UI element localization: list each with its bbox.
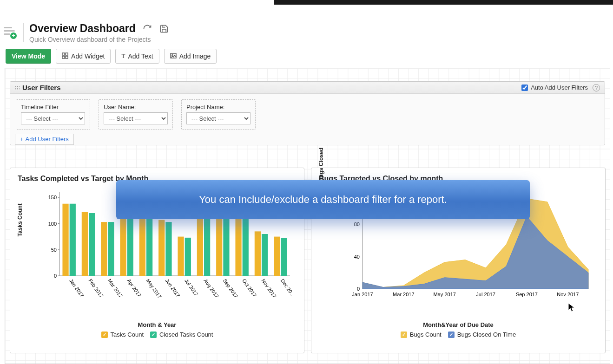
- refresh-icon[interactable]: [142, 24, 152, 34]
- add-widget-button[interactable]: Add Widget: [56, 49, 111, 64]
- svg-rect-49: [274, 237, 280, 276]
- svg-rect-2: [62, 56, 65, 58]
- filter-label: Project Name:: [186, 104, 250, 110]
- filter-slot: Timeline Filter--- Select ---: [16, 99, 90, 130]
- svg-text:80: 80: [354, 221, 360, 227]
- svg-text:Jun 2017: Jun 2017: [165, 278, 181, 298]
- svg-rect-19: [82, 212, 88, 276]
- svg-rect-1: [66, 53, 68, 55]
- divider: [23, 23, 24, 42]
- svg-rect-43: [235, 213, 241, 276]
- svg-text:Feb 2017: Feb 2017: [87, 278, 104, 299]
- svg-text:0: 0: [54, 273, 57, 279]
- filter-label: Timeline Filter: [21, 104, 85, 110]
- chart-legend: ✓Bugs Count✓Bugs Closed On Time: [319, 331, 598, 338]
- svg-text:Nov 2017: Nov 2017: [260, 278, 277, 299]
- auto-add-checkbox[interactable]: [521, 84, 528, 91]
- svg-text:Dec 20..: Dec 20..: [280, 278, 292, 296]
- view-mode-button[interactable]: View Mode: [6, 49, 51, 64]
- filter-select[interactable]: --- Select ---: [186, 112, 250, 124]
- svg-text:Sep 2017: Sep 2017: [222, 278, 239, 299]
- legend-item[interactable]: ✓Bugs Closed On Time: [448, 331, 516, 338]
- top-dark-strip: [274, 0, 613, 5]
- svg-rect-22: [101, 222, 107, 276]
- help-icon[interactable]: ?: [593, 84, 600, 91]
- svg-rect-38: [204, 217, 210, 276]
- add-user-filters-button[interactable]: + Add User Filters: [15, 134, 74, 145]
- svg-text:Sep 2017: Sep 2017: [516, 292, 538, 297]
- svg-rect-26: [127, 218, 133, 276]
- svg-rect-34: [178, 237, 184, 276]
- svg-rect-31: [158, 220, 165, 276]
- svg-point-5: [171, 54, 173, 56]
- page-header: + Overview Dashboard Quick Overview dash…: [0, 0, 613, 43]
- svg-rect-50: [281, 238, 287, 276]
- svg-text:Nov 2017: Nov 2017: [557, 292, 579, 297]
- tour-banner: You can Include/exclude a dashboard filt…: [116, 180, 530, 219]
- save-icon[interactable]: [159, 24, 169, 34]
- svg-text:Oct 2017: Oct 2017: [241, 278, 257, 298]
- svg-text:100: 100: [48, 221, 57, 227]
- user-filters-panel: User Filters Auto Add User Filters ? Tim…: [10, 81, 605, 145]
- svg-text:40: 40: [354, 254, 360, 260]
- svg-text:Jul 2017: Jul 2017: [184, 278, 199, 297]
- svg-text:May 2017: May 2017: [145, 278, 163, 299]
- filter-label: User Name:: [104, 104, 168, 110]
- svg-text:50: 50: [51, 247, 57, 253]
- svg-text:Apr 2017: Apr 2017: [126, 278, 142, 298]
- svg-text:Aug 2017: Aug 2017: [203, 278, 220, 299]
- svg-rect-46: [255, 231, 261, 276]
- svg-rect-32: [165, 222, 171, 276]
- svg-rect-35: [185, 238, 191, 276]
- auto-add-user-filters[interactable]: Auto Add User Filters ?: [521, 84, 600, 91]
- x-axis-label: Month&Year of Due Date: [319, 321, 598, 328]
- filter-select[interactable]: --- Select ---: [104, 112, 168, 124]
- svg-text:May 2017: May 2017: [434, 292, 456, 297]
- text-icon: T: [121, 52, 125, 60]
- svg-text:Mar 2017: Mar 2017: [393, 292, 414, 297]
- svg-rect-25: [120, 217, 126, 276]
- menu-add-icon[interactable]: +: [10, 32, 17, 39]
- plus-icon: +: [20, 136, 24, 143]
- legend-item[interactable]: ✓Closed Tasks Count: [150, 331, 213, 338]
- y-axis-label: Tasks Count: [17, 203, 23, 236]
- svg-rect-16: [62, 204, 68, 276]
- svg-rect-0: [62, 53, 65, 55]
- svg-rect-23: [108, 222, 114, 276]
- user-filters-title: User Filters: [22, 84, 521, 91]
- svg-text:150: 150: [48, 195, 57, 200]
- legend-item[interactable]: ✓Bugs Count: [401, 331, 442, 338]
- legend-item[interactable]: ✓Tasks Count: [101, 331, 144, 338]
- svg-text:Jul 2017: Jul 2017: [476, 292, 495, 297]
- filter-select[interactable]: --- Select ---: [21, 112, 85, 124]
- toolbar: View Mode Add Widget T Add Text Add Imag…: [0, 43, 613, 68]
- svg-rect-20: [89, 213, 95, 276]
- svg-rect-47: [262, 234, 268, 276]
- x-axis-label: Month & Year: [18, 321, 297, 328]
- drag-handle-icon[interactable]: [15, 85, 20, 90]
- svg-text:Jan 2017: Jan 2017: [68, 278, 85, 298]
- cursor-icon: [568, 303, 575, 313]
- image-icon: [170, 52, 177, 60]
- svg-text:Jan 2017: Jan 2017: [352, 292, 373, 297]
- add-text-button[interactable]: T Add Text: [115, 49, 159, 64]
- svg-text:0: 0: [357, 286, 360, 292]
- filter-slot: User Name:--- Select ---: [99, 99, 173, 130]
- svg-rect-3: [66, 56, 68, 58]
- filter-slot: Project Name:--- Select ---: [181, 99, 256, 130]
- svg-rect-41: [223, 209, 229, 276]
- widget-grid-icon: [62, 52, 68, 60]
- svg-text:Mar 2017: Mar 2017: [107, 278, 124, 299]
- menu-icon[interactable]: +: [4, 24, 17, 37]
- svg-rect-44: [243, 218, 249, 276]
- page-title: Overview Dashboard: [29, 22, 136, 35]
- add-image-button[interactable]: Add Image: [164, 49, 217, 64]
- svg-rect-37: [197, 214, 203, 276]
- page-subtitle: Quick Overview dashboard of the Projects: [29, 36, 608, 43]
- chart-legend: ✓Tasks Count✓Closed Tasks Count: [18, 331, 297, 338]
- svg-rect-17: [70, 204, 76, 276]
